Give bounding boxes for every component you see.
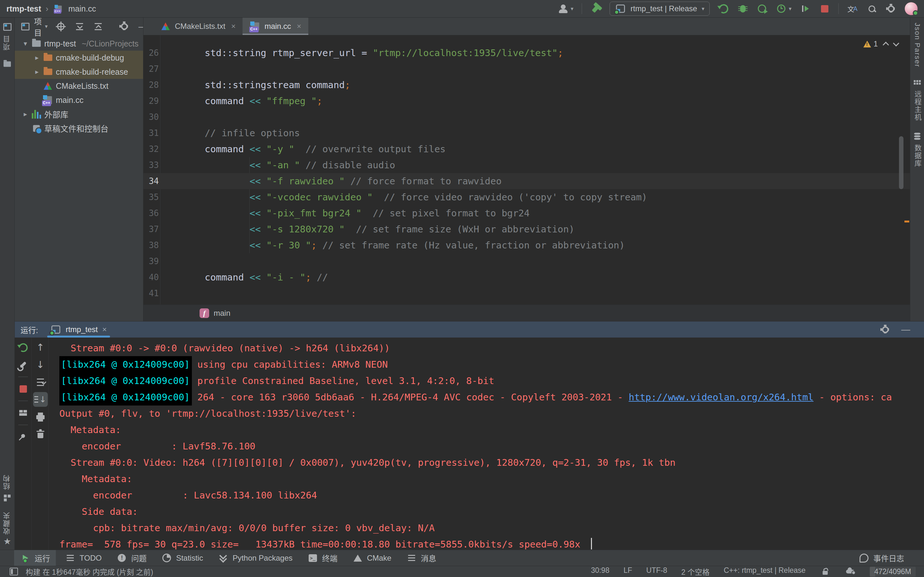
run-button[interactable] <box>718 3 729 14</box>
down-stacktrace-button[interactable]: ↓ <box>35 359 46 370</box>
console-output[interactable]: Stream #0:0 -> #0:0 (rawvideo (native) -… <box>49 338 924 550</box>
code-line[interactable]: 29command << "ffmpeg "; <box>144 93 910 109</box>
run-with-coverage-button[interactable]: ▾ <box>776 3 792 14</box>
code-line[interactable]: 28std::stringstream command; <box>144 77 910 93</box>
tool-strip-structure[interactable]: 结构 <box>2 474 13 503</box>
chevron-down-icon[interactable]: ▾ <box>20 40 31 47</box>
user-account-button[interactable]: ▾ <box>558 3 573 14</box>
toolwindow-button[interactable]: 运行 <box>14 550 56 566</box>
panel-settings-button[interactable] <box>119 21 130 32</box>
status-item[interactable]: LF <box>624 566 632 577</box>
code-line[interactable]: 36 << "-pix_fmt bgr24 " // set pixel for… <box>144 205 910 221</box>
python-packages-icon <box>218 553 229 564</box>
run-panel-settings-button[interactable] <box>880 324 891 335</box>
toolwindow-button[interactable]: !问题 <box>111 550 152 566</box>
editor-scrollbar[interactable] <box>899 136 903 189</box>
tool-strip-json-parser[interactable]: Json Parser <box>913 23 921 67</box>
status-item[interactable]: UTF-8 <box>646 566 667 577</box>
scroll-to-end-button[interactable]: ↓ <box>33 392 48 407</box>
toolwindow-button[interactable]: >_终端 <box>302 550 343 566</box>
chevron-right-icon[interactable]: ▸ <box>20 110 31 118</box>
minimize-panel-button[interactable]: — <box>900 324 911 335</box>
toolwindow-button[interactable]: Statistic <box>156 550 209 566</box>
code-line[interactable]: 31// infile options <box>144 125 910 141</box>
attach-to-process-button[interactable] <box>800 3 811 14</box>
stop-process-button[interactable] <box>18 384 29 394</box>
code-line[interactable]: 26std::string rtmp_server_url = "rtmp://… <box>144 45 910 61</box>
print-button[interactable] <box>35 411 46 422</box>
translate-button[interactable]: 文A <box>847 3 858 14</box>
code-line[interactable]: 40command << "-i - "; // <box>144 269 910 285</box>
tree-item[interactable]: ▸外部库 <box>15 107 143 121</box>
line-number: 34 <box>144 176 159 186</box>
code-line[interactable]: 30 <box>144 109 910 125</box>
toolwindow-button[interactable]: 事件日志 <box>853 550 910 566</box>
code-line[interactable]: 35 << "-vcodec rawvideo " // force video… <box>144 189 910 205</box>
toolwindow-button[interactable]: TODO <box>59 550 107 566</box>
code-line[interactable]: 34 << "-f rawvideo " // force format to … <box>144 173 910 189</box>
run-tab[interactable]: rtmp_test × <box>45 322 113 338</box>
tree-item[interactable]: ▾rtmp-test~/CLionProjects <box>15 37 143 51</box>
status-item[interactable]: C++: rtmp_test | Release <box>724 566 806 577</box>
close-icon[interactable]: × <box>102 325 107 334</box>
project-view-selector[interactable]: 项目 ▾ <box>20 18 48 38</box>
console-link[interactable]: http://www.videolan.org/x264.html <box>628 392 813 403</box>
collapse-all-button[interactable] <box>93 21 103 32</box>
toolwindow-button[interactable]: CMake <box>347 550 397 566</box>
search-everywhere-button[interactable] <box>866 3 877 14</box>
tool-strip-remote-host[interactable]: 远程主机 <box>912 77 923 121</box>
memory-indicator[interactable]: 472/4096M <box>870 567 916 577</box>
tree-item[interactable]: C++main.cc <box>15 93 143 107</box>
tree-item[interactable]: 草稿文件和控制台 <box>15 121 143 135</box>
unlock-icon[interactable] <box>820 566 830 577</box>
status-item[interactable]: 30:98 <box>591 566 610 577</box>
edit-configuration-button[interactable] <box>18 359 29 370</box>
pin-tab-button[interactable] <box>18 432 29 442</box>
close-icon[interactable]: × <box>231 22 236 31</box>
tool-strip-commit[interactable] <box>2 59 13 69</box>
tree-item[interactable]: CMakeLists.txt <box>15 79 143 93</box>
breadcrumb-function[interactable]: main <box>214 309 230 318</box>
profi1er-icon <box>756 3 767 14</box>
code-line[interactable]: 41 <box>144 285 910 301</box>
tool-strip-database[interactable]: 数据库 <box>912 131 923 167</box>
toolwindow-button[interactable]: 消息 <box>401 550 442 566</box>
build-button[interactable] <box>590 3 601 14</box>
expand-all-button[interactable] <box>74 21 85 32</box>
chevron-right-icon[interactable]: ▸ <box>31 68 42 76</box>
code-line[interactable]: 38 << "-r 30 "; // set frame rate (Hz va… <box>144 237 910 253</box>
tool-strip-project[interactable]: 项目 <box>2 21 13 50</box>
warning-stripe-mark[interactable] <box>905 221 909 222</box>
tree-item[interactable]: ▸cmake-build-release <box>15 65 143 79</box>
cloud-sync-icon[interactable] <box>845 566 856 577</box>
editor-tab[interactable]: C++main.cc× <box>242 18 309 35</box>
code-line[interactable]: 33 << "-an " // disable audio <box>144 157 910 173</box>
chevron-right-icon[interactable]: ▸ <box>31 54 42 61</box>
run-configuration-select[interactable]: rtmp_test | Release ▾ <box>610 2 710 16</box>
toolwindow-button[interactable]: Python Packages <box>212 550 298 566</box>
code-line[interactable]: 37 << "-s 1280x720 " // set frame size (… <box>144 221 910 237</box>
code-line[interactable]: 39 <box>144 253 910 269</box>
code-line[interactable]: 32command << "-y " // overwrite output f… <box>144 141 910 157</box>
soft-wrap-button[interactable] <box>35 377 46 388</box>
code-line[interactable]: 27 <box>144 61 910 77</box>
toolwindow-toggle-icon[interactable] <box>8 566 19 577</box>
tree-item[interactable]: ▸cmake-build-debug <box>15 51 143 65</box>
settings-button[interactable] <box>885 3 897 14</box>
debug-button[interactable] <box>737 3 748 14</box>
hide-panel-button[interactable]: — <box>137 21 144 32</box>
editor-tab[interactable]: CMakeLists.txt× <box>153 18 242 35</box>
restore-layout-button[interactable] <box>18 408 29 418</box>
rerun-button[interactable] <box>18 342 29 353</box>
stop-button[interactable] <box>819 3 830 14</box>
clear-console-button[interactable] <box>35 429 46 440</box>
toolwindow-button-label: Statistic <box>176 554 203 562</box>
status-item[interactable]: 2 个空格 <box>681 566 709 577</box>
avatar-button[interactable] <box>905 2 918 15</box>
tool-strip-favorites[interactable]: 收藏夹 ★ <box>2 512 13 546</box>
code-editor[interactable]: 26std::string rtmp_server_url = "rtmp://… <box>144 35 910 305</box>
locate-file-button[interactable] <box>55 21 66 32</box>
up-stacktrace-button[interactable]: ↑ <box>35 342 46 353</box>
close-icon[interactable]: × <box>297 22 301 31</box>
profile-button[interactable] <box>756 3 767 14</box>
